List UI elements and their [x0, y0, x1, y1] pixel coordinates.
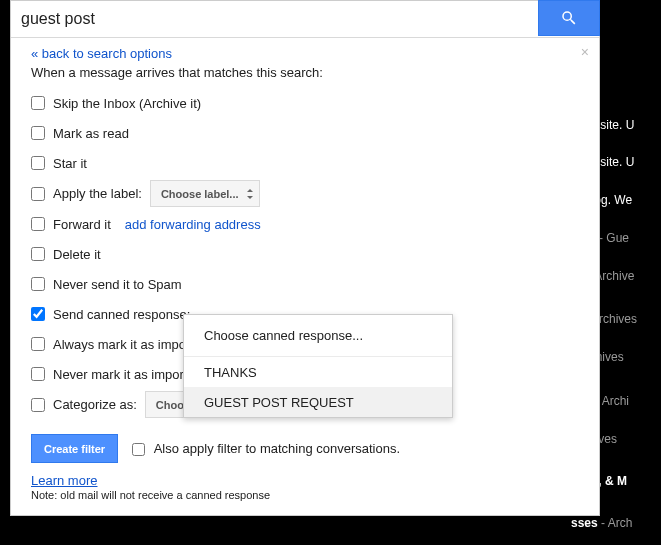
apply-label-checkbox[interactable]	[31, 187, 45, 201]
canned-placeholder[interactable]: Choose canned response...	[184, 315, 452, 357]
option-apply-label: Apply the label: Choose label...	[31, 178, 579, 209]
forward-checkbox[interactable]	[31, 217, 45, 231]
close-icon[interactable]: ×	[581, 44, 589, 60]
option-forward: Forward it add forwarding address	[31, 209, 579, 239]
also-apply-wrapper: Also apply filter to matching conversati…	[132, 441, 400, 456]
option-star: Star it	[31, 148, 579, 178]
canned-response-dropdown: Choose canned response... THANKS GUEST P…	[183, 314, 453, 418]
search-button[interactable]	[538, 0, 600, 36]
option-never-spam: Never send it to Spam	[31, 269, 579, 299]
mark-read-checkbox[interactable]	[31, 126, 45, 140]
never-spam-checkbox[interactable]	[31, 277, 45, 291]
filter-body: × « back to search options When a messag…	[11, 38, 599, 515]
bg-snippet: sses - Arch	[571, 516, 632, 530]
canned-label[interactable]: Send canned response:	[53, 307, 190, 322]
create-filter-button[interactable]: Create filter	[31, 434, 118, 463]
option-delete: Delete it	[31, 239, 579, 269]
back-to-search-link[interactable]: « back to search options	[31, 46, 172, 61]
search-input[interactable]	[11, 1, 538, 37]
categorize-label[interactable]: Categorize as:	[53, 397, 137, 412]
never-important-checkbox[interactable]	[31, 367, 45, 381]
never-spam-label[interactable]: Never send it to Spam	[53, 277, 182, 292]
canned-option-thanks[interactable]: THANKS	[184, 357, 452, 387]
also-apply-checkbox[interactable]	[132, 443, 145, 456]
option-skip-inbox: Skip the Inbox (Archive it)	[31, 88, 579, 118]
apply-label-label[interactable]: Apply the label:	[53, 186, 142, 201]
learn-more-link[interactable]: Learn more	[31, 473, 97, 488]
label-selector[interactable]: Choose label...	[150, 180, 260, 207]
intro-text: When a message arrives that matches this…	[31, 65, 579, 80]
star-label[interactable]: Star it	[53, 156, 87, 171]
note-text: Note: old mail will not receive a canned…	[31, 489, 579, 501]
footer: Create filter Also apply filter to match…	[31, 434, 579, 501]
canned-checkbox[interactable]	[31, 307, 45, 321]
search-icon	[560, 9, 578, 27]
search-row	[11, 1, 599, 38]
skip-inbox-checkbox[interactable]	[31, 96, 45, 110]
mark-read-label[interactable]: Mark as read	[53, 126, 129, 141]
forward-label[interactable]: Forward it	[53, 217, 111, 232]
delete-label[interactable]: Delete it	[53, 247, 101, 262]
option-mark-read: Mark as read	[31, 118, 579, 148]
canned-option-guest-post[interactable]: GUEST POST REQUEST	[184, 387, 452, 417]
categorize-checkbox[interactable]	[31, 398, 45, 412]
add-forwarding-link[interactable]: add forwarding address	[125, 217, 261, 232]
star-checkbox[interactable]	[31, 156, 45, 170]
delete-checkbox[interactable]	[31, 247, 45, 261]
always-important-checkbox[interactable]	[31, 337, 45, 351]
filter-panel: × « back to search options When a messag…	[10, 0, 600, 516]
also-apply-label[interactable]: Also apply filter to matching conversati…	[154, 441, 400, 456]
skip-inbox-label[interactable]: Skip the Inbox (Archive it)	[53, 96, 201, 111]
